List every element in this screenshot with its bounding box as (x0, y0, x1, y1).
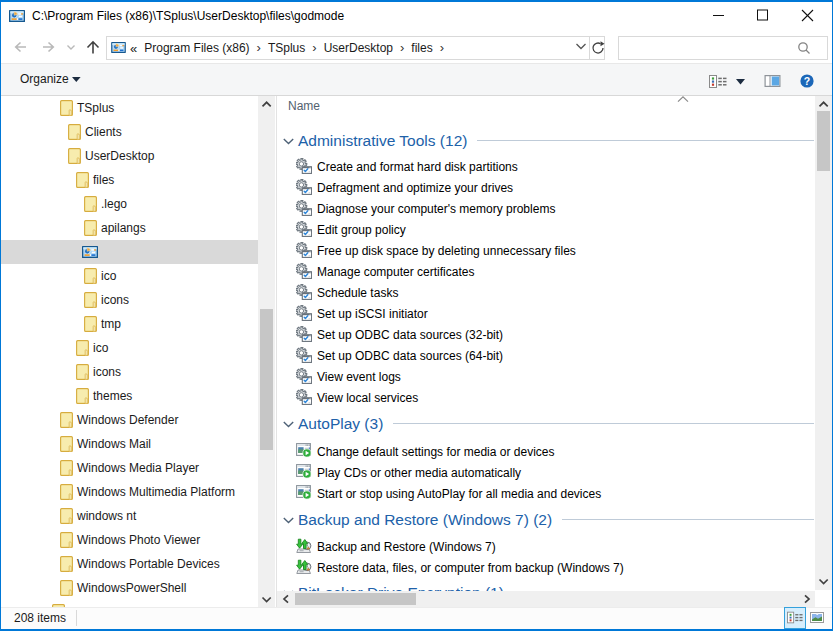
svg-text:?: ? (804, 75, 810, 87)
